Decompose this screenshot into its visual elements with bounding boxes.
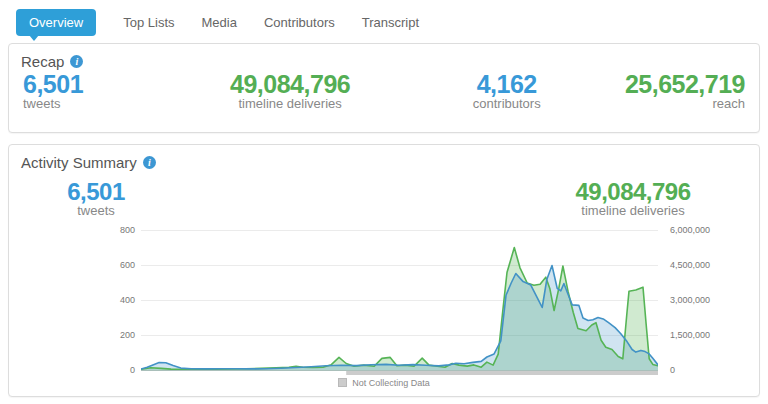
activity-stat-timeline-deliveries: 49,084,796 timeline deliveries	[553, 179, 713, 218]
tab-media[interactable]: Media	[202, 9, 237, 36]
activity-title-row: Activity Summary i	[9, 145, 759, 171]
activity-summary-panel: Activity Summary i 6,501 tweets 49,084,7…	[8, 144, 760, 397]
y-axis-right-tick: 3,000,000	[670, 294, 710, 306]
stat-value: 6,501	[34, 179, 158, 204]
stat-label: timeline deliveries	[553, 204, 713, 218]
stat-value: 49,084,796	[167, 71, 412, 97]
stat-value: 4,162	[413, 71, 601, 97]
tab-top-lists[interactable]: Top Lists	[123, 9, 174, 36]
tab-bar: Overview Top Lists Media Contributors Tr…	[0, 0, 768, 35]
y-axis-right-tick: 4,500,000	[670, 259, 710, 271]
stat-label: tweets	[23, 97, 167, 111]
y-axis-right-tick: 0	[670, 364, 675, 376]
tab-overview[interactable]: Overview	[16, 9, 96, 36]
stat-label: reach	[601, 97, 745, 111]
stat-value: 6,501	[23, 71, 167, 97]
activity-chart[interactable]	[141, 226, 658, 377]
activity-chart-svg[interactable]	[141, 226, 658, 377]
y-axis-left-tick: 200	[9, 329, 135, 341]
tab-contributors[interactable]: Contributors	[264, 9, 335, 36]
recap-title: Recap	[21, 53, 64, 70]
stat-value: 25,652,719	[601, 71, 745, 97]
area-tweets	[141, 266, 658, 371]
not-collecting-band	[346, 371, 658, 376]
y-axis-left-tick: 0	[9, 364, 135, 376]
y-axis-right-tick: 1,500,000	[670, 329, 710, 341]
recap-stats-row: 6,501 tweets 49,084,796 timeline deliver…	[9, 70, 759, 111]
stat-label: tweets	[34, 204, 158, 218]
recap-panel: Recap i 6,501 tweets 49,084,796 timeline…	[8, 43, 760, 133]
chart-legend: Not Collecting Data	[9, 378, 759, 388]
y-axis-left-tick: 800	[9, 224, 135, 236]
y-axis-left-tick: 600	[9, 259, 135, 271]
stat-label: contributors	[413, 97, 601, 111]
stat-timeline-deliveries: 49,084,796 timeline deliveries	[167, 71, 412, 111]
stat-label: timeline deliveries	[167, 97, 412, 111]
info-icon[interactable]: i	[143, 156, 156, 169]
stat-reach: 25,652,719 reach	[601, 71, 745, 111]
tab-transcript[interactable]: Transcript	[362, 9, 419, 36]
info-icon[interactable]: i	[70, 55, 83, 68]
activity-stat-tweets: 6,501 tweets	[34, 179, 158, 218]
y-axis-right-tick: 6,000,000	[670, 224, 710, 236]
activity-title: Activity Summary	[21, 154, 137, 171]
recap-title-row: Recap i	[9, 44, 759, 70]
legend-label: Not Collecting Data	[352, 378, 430, 388]
stat-contributors: 4,162 contributors	[413, 71, 601, 111]
not-collecting-swatch	[338, 378, 347, 387]
stat-value: 49,084,796	[553, 179, 713, 204]
stat-tweets: 6,501 tweets	[23, 71, 167, 111]
y-axis-left-tick: 400	[9, 294, 135, 306]
